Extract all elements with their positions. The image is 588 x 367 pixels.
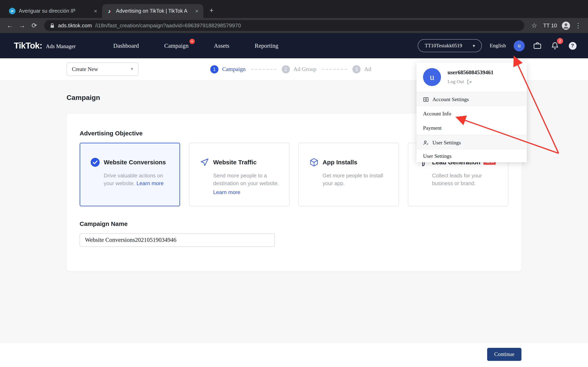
tab-favicon-tiktok: ♪: [106, 8, 113, 14]
bookmark-star-icon[interactable]: ☆: [528, 20, 540, 31]
header-right: TT10Testakk0519 ▾ English u 2 ?: [418, 39, 577, 52]
cube-icon: [310, 158, 319, 167]
chevron-down-icon: ▾: [131, 66, 133, 72]
campaign-plus-badge: +: [190, 39, 195, 44]
browser-tab-ip[interactable]: IP Averiguar su dirección IP ×: [5, 4, 102, 18]
main-nav: Dashboard Campaign + Assets Reporting: [113, 42, 278, 49]
lock-icon: [50, 23, 55, 28]
check-circle-icon: [91, 158, 100, 167]
user-avatar[interactable]: u: [514, 40, 525, 51]
nav-assets[interactable]: Assets: [214, 42, 229, 49]
person-icon: [561, 21, 571, 30]
account-settings-icon: [423, 96, 429, 102]
tab-title: Advertising on TikTok | TikTok A: [116, 8, 191, 14]
step-connector: [322, 69, 347, 69]
objective-website-traffic[interactable]: Website Traffic Send more people to a de…: [189, 143, 290, 206]
menu-item-account-info[interactable]: Account Info: [416, 106, 527, 121]
menu-item-payment[interactable]: Payment: [416, 121, 527, 135]
notification-badge: 2: [557, 38, 563, 44]
reload-button[interactable]: ⟳: [29, 20, 40, 31]
browser-tab-strip: IP Averiguar su dirección IP × ♪ Adverti…: [0, 0, 588, 18]
menu-username: user6856084539461: [448, 69, 493, 76]
send-arrow-icon: [200, 158, 209, 167]
close-tab-icon[interactable]: ×: [194, 8, 199, 14]
menu-item-user-settings-sub[interactable]: User Settings: [416, 150, 527, 162]
menu-avatar: u: [423, 68, 441, 86]
learn-more-link[interactable]: Learn more: [213, 188, 283, 196]
browser-tab-tiktok[interactable]: ♪ Advertising on TikTok | TikTok A ×: [102, 4, 203, 18]
browser-menu-icon[interactable]: ⋮: [572, 20, 584, 31]
new-tab-button[interactable]: +: [206, 5, 217, 16]
user-settings-icon: [423, 140, 429, 145]
notifications-button[interactable]: 2: [550, 41, 560, 50]
tab-title: Averiguar su dirección IP: [19, 8, 90, 14]
step-ad-group[interactable]: 2 Ad Group: [282, 65, 316, 73]
user-menu-header: u user6856084539461 Log Out: [416, 62, 527, 92]
menu-item-account-settings[interactable]: Account Settings: [416, 92, 527, 106]
browser-toolbar: ← → ⟳ ads.tiktok.com/i18n/fast_creation/…: [0, 18, 588, 33]
forward-button[interactable]: →: [16, 20, 28, 31]
footer-bar: Continue: [0, 343, 588, 367]
language-selector[interactable]: English: [490, 42, 506, 49]
campaign-stepper: 1 Campaign 2 Ad Group 3 Ad: [210, 58, 371, 80]
step-ad[interactable]: 3 Ad: [352, 65, 371, 73]
step-campaign[interactable]: 1 Campaign: [210, 65, 246, 73]
tab-favicon-ip: IP: [9, 8, 16, 14]
campaign-name-label: Campaign Name: [80, 220, 128, 227]
user-menu: u user6856084539461 Log Out Account: [416, 62, 527, 162]
logout-icon: [467, 79, 472, 85]
objective-website-conversions[interactable]: Website Conversions Drive valuable actio…: [80, 143, 180, 206]
logout-button[interactable]: Log Out: [448, 79, 493, 85]
question-icon: ?: [569, 42, 576, 50]
address-bar[interactable]: ads.tiktok.com/i18n/fast_creation/campai…: [44, 20, 525, 31]
continue-button[interactable]: Continue: [487, 348, 521, 361]
briefcase-icon: [533, 41, 542, 50]
url-path: /i18n/fast_creation/campaign?aadvid=6963…: [95, 22, 519, 29]
back-button[interactable]: ←: [4, 20, 16, 31]
campaign-name-input[interactable]: [80, 233, 275, 247]
nav-dashboard[interactable]: Dashboard: [113, 42, 139, 49]
assets-briefcase-button[interactable]: [532, 41, 542, 50]
product-name: Ads Manager: [46, 43, 76, 50]
account-selector[interactable]: TT10Testakk0519 ▾: [418, 39, 482, 52]
app-header: TikTok: Ads Manager Dashboard Campaign +…: [0, 33, 588, 58]
create-new-dropdown[interactable]: Create New ▾: [67, 62, 138, 76]
chevron-down-icon: ▾: [473, 43, 475, 48]
nav-reporting[interactable]: Reporting: [255, 42, 278, 49]
objective-app-installs[interactable]: App Installs Get more people to install …: [298, 143, 399, 206]
learn-more-link[interactable]: Learn more: [136, 180, 164, 186]
page-title: Campaign: [67, 94, 100, 102]
tiktok-logo[interactable]: TikTok:: [14, 41, 42, 50]
close-tab-icon[interactable]: ×: [93, 8, 98, 14]
help-button[interactable]: ?: [568, 41, 577, 50]
nav-campaign[interactable]: Campaign +: [164, 42, 189, 49]
url-host: ads.tiktok.com: [58, 22, 92, 29]
objective-section-title: Advertising Objective: [80, 130, 143, 137]
browser-profile-avatar[interactable]: [560, 20, 572, 31]
step-connector: [251, 69, 276, 69]
screen: IP Averiguar su dirección IP × ♪ Adverti…: [0, 0, 588, 367]
profile-label: TT 10: [543, 22, 557, 29]
menu-item-user-settings[interactable]: User Settings: [416, 135, 527, 150]
